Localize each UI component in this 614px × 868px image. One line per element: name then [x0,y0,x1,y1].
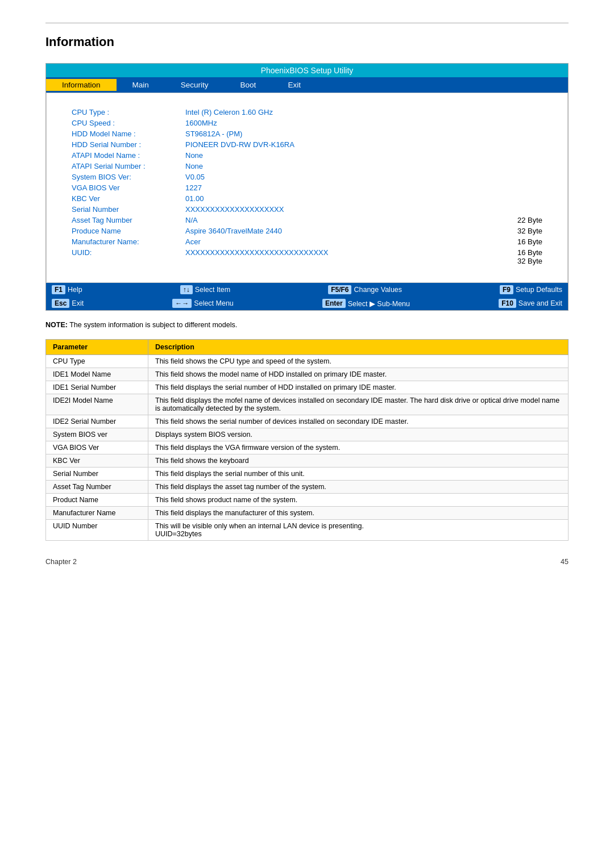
footer-f9: F9 Setup Defaults [500,285,562,294]
key-enter: Enter [322,299,346,308]
bios-row-byte: 22 Byte [484,215,545,226]
key-lr: ←→ [172,299,192,308]
param-desc: This field displays the VGA firmware ver… [148,441,569,454]
key-f5f6: F5/F6 [328,285,351,294]
param-name: Serial Number [46,468,148,481]
param-table-row: Product NameThis field shows product nam… [46,494,569,507]
bios-row-byte [484,204,545,215]
param-desc: This field shows product name of the sys… [148,494,569,507]
param-name: Asset Tag Number [46,481,148,494]
param-table-row: KBC VerThis field shows the keyboard [46,454,569,468]
param-table: Parameter Description CPU TypeThis field… [45,339,569,541]
bios-row-byte [484,107,545,118]
footer-enter: Enter Select ▶ Sub-Menu [322,299,410,308]
footer-f5f6: F5/F6 Change Values [328,285,402,294]
nav-item-boot[interactable]: Boot [225,79,272,91]
param-name: CPU Type [46,355,148,368]
bios-content: CPU Type :Intel (R) Celeron 1.60 GHzCPU … [46,93,568,283]
param-col-header: Parameter [46,340,148,355]
nav-item-security[interactable]: Security [165,79,225,91]
bios-info-row: Serial NumberXXXXXXXXXXXXXXXXXXXX [69,204,545,215]
bios-row-value: Acer [183,236,484,247]
bios-row-label: CPU Speed : [69,118,183,128]
bios-row-value: None [183,161,484,172]
param-table-row: Serial NumberThis field displays the ser… [46,468,569,481]
footer-f5f6-label: Change Values [354,286,402,294]
param-table-row: IDE1 Model NameThis field shows the mode… [46,368,569,381]
page-number: 45 [561,558,569,566]
nav-item-exit[interactable]: Exit [272,79,317,91]
bios-info-table: CPU Type :Intel (R) Celeron 1.60 GHzCPU … [69,107,545,266]
param-desc: This field displays the serial number of… [148,468,569,481]
bios-row-label: Produce Name [69,226,183,236]
bios-row-value: ST96812A - (PM) [183,128,484,139]
bios-row-byte [484,150,545,161]
param-name: IDE2I Model Name [46,394,148,415]
bios-row-label: Serial Number [69,204,183,215]
bios-row-value: Aspire 3640/TravelMate 2440 [183,226,484,236]
key-f10: F10 [499,299,516,308]
footer-lr: ←→ Select Menu [172,299,233,308]
bios-row-label: HDD Model Name : [69,128,183,139]
bios-info-row: VGA BIOS Ver1227 [69,182,545,193]
bios-info-row: CPU Type :Intel (R) Celeron 1.60 GHz [69,107,545,118]
param-desc: This field shows the keyboard [148,454,569,468]
bios-row-label: VGA BIOS Ver [69,182,183,193]
chapter-label: Chapter 2 [45,558,77,566]
param-name: IDE2 Serial Number [46,415,148,428]
bios-info-row: ATAPI Serial Number :None [69,161,545,172]
footer-page: Chapter 2 45 [45,558,569,566]
key-esc: Esc [52,299,69,308]
bios-info-row: CPU Speed :1600MHz [69,118,545,128]
bios-row-label: KBC Ver [69,193,183,204]
key-f9: F9 [500,285,513,294]
bios-row-label: System BIOS Ver: [69,172,183,182]
nav-item-main[interactable]: Main [117,79,165,91]
param-table-row: VGA BIOS VerThis field displays the VGA … [46,441,569,454]
bios-row-value: V0.05 [183,172,484,182]
bios-row-value: Intel (R) Celeron 1.60 GHz [183,107,484,118]
footer-f1: F1 Help [52,285,82,294]
footer-esc-label: Exit [72,299,84,307]
footer-lr-label: Select Menu [194,299,233,307]
param-table-row: IDE2I Model NameThis field displays the … [46,394,569,415]
param-desc: This field shows the model name of HDD i… [148,368,569,381]
param-name: IDE1 Model Name [46,368,148,381]
param-table-row: CPU TypeThis field shows the CPU type an… [46,355,569,368]
bios-row-byte [484,193,545,204]
bios-footer-row2: Esc Exit ←→ Select Menu Enter Select ▶ S… [46,297,568,310]
bios-row-byte [484,118,545,128]
bios-row-value: 01.00 [183,193,484,204]
footer-arrows: ↑↓ Select Item [180,285,231,294]
nav-item-information[interactable]: Information [46,79,117,91]
bios-row-byte: 16 Byte [484,236,545,247]
bios-row-byte [484,172,545,182]
param-name: UUID Number [46,520,148,541]
param-desc: This field displays the asset tag number… [148,481,569,494]
bios-info-row: HDD Model Name :ST96812A - (PM) [69,128,545,139]
param-table-row: IDE1 Serial NumberThis field displays th… [46,381,569,394]
param-name: Manufacturer Name [46,507,148,520]
page-title: Information [45,35,569,49]
bios-row-label: CPU Type : [69,107,183,118]
bios-row-byte: 16 Byte32 Byte [484,247,545,266]
bios-info-row: KBC Ver01.00 [69,193,545,204]
param-table-row: Manufacturer NameThis field displays the… [46,507,569,520]
bios-container: PhoenixBIOS Setup Utility Information Ma… [45,63,569,311]
bios-row-value: N/A [183,215,484,226]
bios-row-value: XXXXXXXXXXXXXXXXXXXXXXXXXXXXX [183,247,484,266]
param-desc: This field displays the serial number of… [148,381,569,394]
top-rule [45,23,569,23]
bios-info-row: HDD Serial Number :PIONEER DVD-RW DVR-K1… [69,139,545,150]
key-f1: F1 [52,285,65,294]
param-table-row: IDE2 Serial NumberThis field shows the s… [46,415,569,428]
bios-nav: Information Main Security Boot Exit [46,77,568,93]
bios-row-byte [484,182,545,193]
bios-row-byte [484,161,545,172]
footer-enter-label: Select ▶ Sub-Menu [348,299,410,308]
param-desc: This field displays the mofel name of de… [148,394,569,415]
bios-info-row: Manufacturer Name:Acer16 Byte [69,236,545,247]
bios-title-bar: PhoenixBIOS Setup Utility [46,64,568,77]
bios-row-value: PIONEER DVD-RW DVR-K16RA [183,139,484,150]
bios-row-label: ATAPI Serial Number : [69,161,183,172]
